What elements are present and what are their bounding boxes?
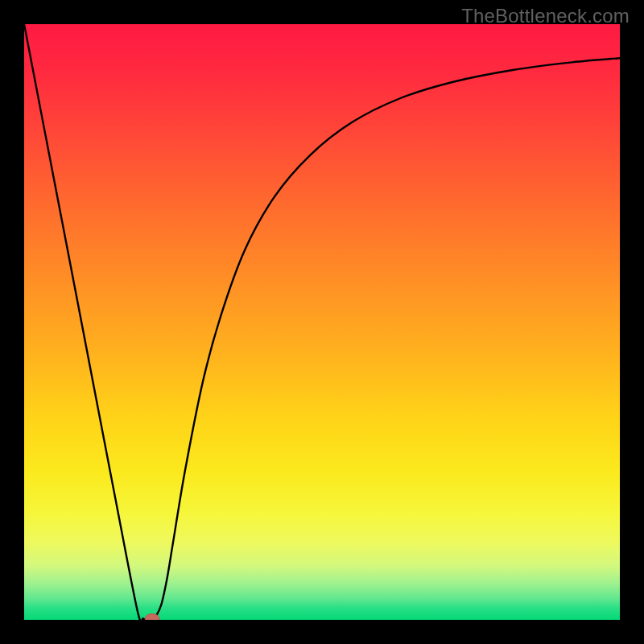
watermark-text: TheBottleneck.com [461, 5, 630, 27]
plot-area [24, 24, 620, 620]
bottleneck-curve [24, 24, 620, 620]
chart-frame: TheBottleneck.com [0, 0, 644, 644]
chart-svg [24, 24, 620, 620]
